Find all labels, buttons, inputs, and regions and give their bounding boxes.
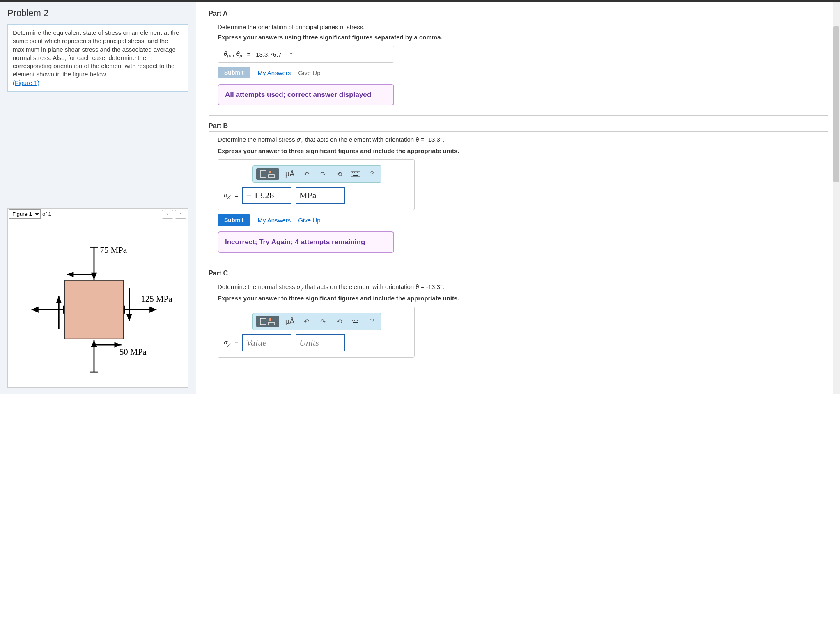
part-c-instruction: Express your answer to three significant…	[218, 295, 828, 302]
part-c-section: Part C Determine the normal stress σy′ t…	[209, 270, 828, 358]
part-b-my-answers-link[interactable]: My Answers	[257, 217, 291, 224]
reset-icon[interactable]: ⟲	[333, 168, 345, 180]
svg-point-34	[352, 320, 353, 321]
svg-point-25	[352, 172, 353, 173]
part-b-unit-input[interactable]	[296, 187, 345, 204]
label-right: 125 MPa	[141, 294, 172, 304]
redo-icon[interactable]: ↷	[317, 316, 328, 327]
problem-description: Determine the equivalent state of stress…	[13, 29, 179, 78]
svg-point-35	[354, 320, 355, 321]
part-b-instruction: Express your answer to three significant…	[218, 147, 828, 154]
svg-rect-30	[260, 318, 266, 325]
part-b-input-box: μÅ ↶ ↷ ⟲ ? σx′ =	[218, 159, 415, 210]
svg-point-37	[357, 320, 358, 321]
svg-marker-17	[91, 340, 97, 347]
problem-description-box: Determine the equivalent state of stress…	[7, 24, 188, 92]
svg-rect-32	[269, 322, 274, 325]
svg-marker-7	[149, 307, 156, 313]
part-a-value: -13.3,76.7	[254, 51, 282, 58]
scroll-thumb[interactable]	[833, 26, 839, 182]
svg-rect-0	[65, 280, 124, 339]
svg-marker-15	[56, 296, 62, 303]
part-b-title: Part B	[209, 122, 828, 132]
keyboard-icon[interactable]	[350, 168, 361, 180]
svg-marker-12	[32, 307, 39, 313]
part-a-unit: °	[290, 51, 292, 58]
help-icon[interactable]: ?	[366, 316, 378, 327]
part-c-var: σy′	[224, 339, 230, 347]
part-c-title: Part C	[209, 270, 828, 279]
part-c-prompt: Determine the normal stress σy′ that act…	[218, 283, 828, 291]
figure-next-button[interactable]: ›	[175, 210, 186, 219]
reset-icon[interactable]: ⟲	[333, 316, 345, 327]
part-a-instruction: Express your answers using three signifi…	[218, 34, 828, 41]
figure-link[interactable]: (Figure 1)	[13, 79, 39, 86]
part-a-answer-box: θp₁ , θp₂ = -13.3,76.7 °	[218, 46, 394, 63]
svg-rect-22	[269, 171, 271, 173]
svg-point-27	[356, 172, 356, 173]
divider-2	[209, 263, 828, 263]
divider	[209, 115, 828, 116]
part-b-submit-button[interactable]: Submit	[218, 214, 250, 226]
part-c-input-box: μÅ ↶ ↷ ⟲ ? σy′ =	[218, 307, 415, 358]
part-c-unit-input[interactable]	[296, 334, 345, 351]
undo-icon[interactable]: ↶	[301, 168, 312, 180]
figure-prev-button[interactable]: ‹	[162, 210, 173, 219]
svg-marker-2	[91, 273, 97, 280]
svg-rect-24	[351, 171, 360, 177]
template-icon[interactable]	[256, 316, 279, 327]
part-b-value-input[interactable]	[242, 187, 291, 204]
svg-rect-21	[260, 171, 266, 177]
svg-rect-29	[353, 175, 358, 176]
svg-point-36	[356, 320, 356, 321]
part-a-submit-button[interactable]: Submit	[218, 67, 250, 78]
part-b-giveup-link[interactable]: Give Up	[298, 217, 320, 224]
svg-rect-23	[269, 175, 274, 178]
part-a-my-answers-link[interactable]: My Answers	[257, 69, 291, 76]
redo-icon[interactable]: ↷	[317, 168, 328, 180]
stress-element-diagram: 75 MPa 125 MPa 50 MPa	[12, 228, 184, 379]
svg-point-28	[357, 172, 358, 173]
left-panel: Problem 2 Determine the equivalent state…	[0, 2, 196, 394]
figure-selector[interactable]: Figure 1	[9, 209, 41, 219]
part-a-feedback: All attempts used; correct answer displa…	[218, 84, 394, 105]
svg-point-26	[354, 172, 355, 173]
template-icon[interactable]	[256, 168, 279, 180]
keyboard-icon[interactable]	[350, 316, 361, 327]
figure-body: 75 MPa 125 MPa 50 MPa	[7, 220, 188, 388]
problem-title: Problem 2	[7, 8, 188, 18]
help-icon[interactable]: ?	[366, 168, 378, 180]
units-icon[interactable]: μÅ	[284, 316, 296, 327]
part-b-feedback: Incorrect; Try Again; 4 attempts remaini…	[218, 231, 394, 253]
svg-rect-31	[269, 318, 271, 321]
right-panel: Part A Determine the orientation of prin…	[196, 2, 840, 394]
part-a-title: Part A	[209, 10, 828, 19]
part-c-toolbar: μÅ ↶ ↷ ⟲ ?	[252, 313, 381, 330]
part-a-section: Part A Determine the orientation of prin…	[209, 10, 828, 105]
svg-marker-5	[67, 272, 73, 277]
part-a-var: θp₁ , θp₂	[224, 50, 243, 58]
scrollbar[interactable]	[833, 2, 840, 394]
units-icon[interactable]: μÅ	[284, 168, 296, 180]
part-b-var: σx′	[224, 191, 230, 199]
part-b-prompt: Determine the normal stress σx′ that act…	[218, 136, 828, 144]
svg-rect-33	[351, 319, 360, 324]
figure-header: Figure 1 of 1 ‹ ›	[7, 208, 188, 220]
part-a-giveup-link[interactable]: Give Up	[298, 69, 320, 76]
label-bottom: 50 MPa	[119, 347, 147, 357]
figure-section: Figure 1 of 1 ‹ ›	[7, 208, 188, 388]
svg-marker-10	[126, 314, 132, 321]
part-b-section: Part B Determine the normal stress σx′ t…	[209, 122, 828, 253]
part-c-value-input[interactable]	[242, 334, 291, 351]
svg-rect-38	[353, 322, 358, 323]
part-b-toolbar: μÅ ↶ ↷ ⟲ ?	[252, 165, 381, 183]
undo-icon[interactable]: ↶	[301, 316, 312, 327]
figure-count: of 1	[42, 211, 51, 217]
label-top: 75 MPa	[100, 245, 127, 255]
part-a-prompt: Determine the orientation of principal p…	[218, 23, 828, 30]
